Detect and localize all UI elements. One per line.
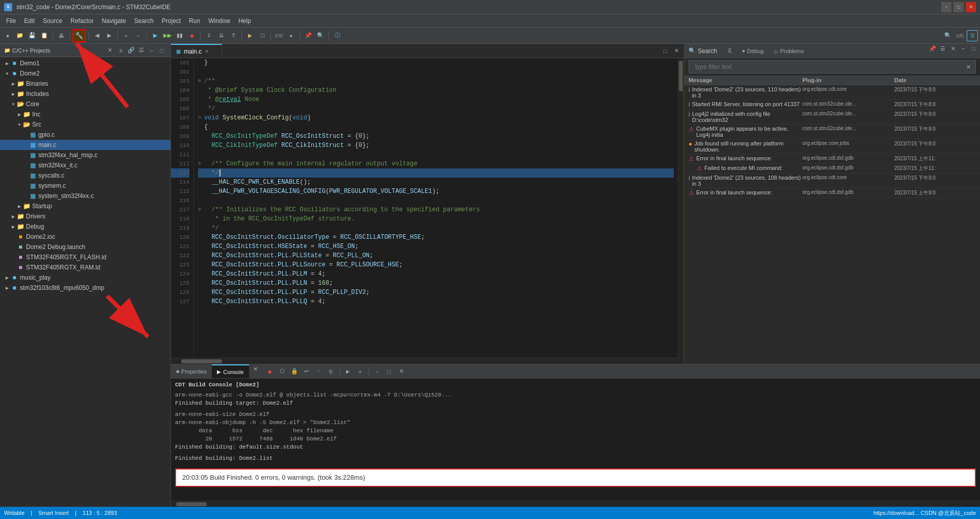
- tree-item-binaries[interactable]: ▶ 📁 Binaries: [0, 79, 170, 89]
- tab-properties[interactable]: ■ Properties: [171, 364, 212, 378]
- sp-maximize[interactable]: □: [969, 44, 978, 53]
- sidebar-collapse[interactable]: ≡: [116, 46, 126, 55]
- menu-project[interactable]: Project: [158, 14, 185, 28]
- sp-close-all[interactable]: ✕: [948, 44, 958, 53]
- menu-file[interactable]: File: [2, 14, 20, 28]
- menu-window[interactable]: Window: [204, 14, 234, 28]
- perspective-btn2[interactable]: ☰: [967, 30, 978, 41]
- sp-tab-e[interactable]: E: [723, 44, 737, 58]
- menu-source[interactable]: Source: [39, 14, 66, 28]
- log-item[interactable]: i Indexed 'Dome2' (23 sources, 108 heade…: [684, 174, 980, 188]
- console-close[interactable]: ✕: [396, 366, 407, 377]
- tree-item-demo1[interactable]: ▶ ■ Demo1: [0, 58, 170, 68]
- tree-item-inc[interactable]: ▶ 📁 Inc: [0, 109, 170, 119]
- console-clear[interactable]: ⎔: [277, 366, 288, 377]
- console-close-tab[interactable]: ✕: [251, 364, 260, 374]
- editor-close[interactable]: ✕: [671, 45, 682, 57]
- editor-scrollbar[interactable]: [678, 58, 684, 358]
- tree-item-startup[interactable]: ▶ 📁 Startup: [0, 201, 170, 211]
- build-all[interactable]: ▶: [244, 30, 256, 41]
- open-perspective[interactable]: ►: [286, 30, 297, 41]
- info-button[interactable]: ⓘ: [332, 30, 343, 41]
- tree-item-includes[interactable]: ▶ 📁 Includes: [0, 89, 170, 99]
- sidebar-maximize[interactable]: □: [157, 46, 166, 55]
- maximize-button[interactable]: □: [953, 2, 964, 12]
- zoom-in[interactable]: +: [120, 30, 132, 41]
- tree-item-stm32f103[interactable]: ▶ ■ stm32f103c8t6_mpu6050_dmp: [0, 283, 170, 293]
- build-clean[interactable]: ☐: [257, 30, 268, 41]
- sidebar-close[interactable]: ✕: [108, 47, 112, 54]
- sp-minimize[interactable]: −: [959, 44, 968, 53]
- log-item[interactable]: i Started RMI Server, listening on port …: [684, 100, 980, 110]
- pause-button[interactable]: ▮▮: [174, 30, 185, 41]
- minimize-button[interactable]: −: [941, 2, 951, 12]
- run-button[interactable]: ▶▶: [162, 30, 173, 41]
- log-item[interactable]: ⚠ Failed to execute MI command: org.ecli…: [684, 164, 980, 174]
- tree-item-it[interactable]: ▶ ▦ stm32f4xx_it.c: [0, 160, 170, 170]
- console-scroll-lock[interactable]: 🔒: [289, 366, 300, 377]
- menu-navigate[interactable]: Navigate: [97, 14, 130, 28]
- stop-button[interactable]: ■: [186, 30, 198, 41]
- tree-item-main[interactable]: ▶ ▦ main.c: [0, 140, 170, 150]
- console-stop[interactable]: ■: [264, 366, 276, 377]
- tab-console[interactable]: ▶ Console: [212, 364, 249, 378]
- close-button[interactable]: ✕: [966, 2, 976, 12]
- pin-button[interactable]: 📌: [303, 30, 314, 41]
- console-word-wrap[interactable]: ↩: [301, 366, 312, 377]
- toggle-perspective[interactable]: C/C: [274, 30, 285, 41]
- highlighted-tool-button[interactable]: 🔧: [72, 29, 86, 42]
- print-button[interactable]: 🖶: [56, 30, 67, 41]
- log-item[interactable]: i Log4j2 initialized with config file D:…: [684, 110, 980, 125]
- log-item[interactable]: ⚠ Error in final launch sequence: org.ec…: [684, 188, 980, 198]
- console-new[interactable]: +: [355, 366, 366, 377]
- tree-item-syscalls[interactable]: ▶ ▦ syscalls.c: [0, 170, 170, 181]
- tree-item-ram-ld[interactable]: ▶ ■ STM32F405RGTX_RAM.ld: [0, 262, 170, 273]
- sidebar-link[interactable]: 🔗: [127, 46, 136, 55]
- tree-item-debug-folder[interactable]: ▶ 📁 Debug: [0, 221, 170, 232]
- tree-item-system[interactable]: ▶ ▦ system_stm32f4xx.c: [0, 191, 170, 201]
- console-minimize[interactable]: −: [372, 366, 383, 377]
- tree-item-ioc[interactable]: ▶ ■ Dome2.ioc: [0, 232, 170, 242]
- tree-item-launch[interactable]: ▶ ■ Dome2 Debug.launch: [0, 242, 170, 252]
- save-all-button[interactable]: 📋: [39, 30, 50, 41]
- tab-main-c[interactable]: ▦ main.c ✕: [171, 44, 222, 58]
- menu-edit[interactable]: Edit: [20, 14, 39, 28]
- step-into[interactable]: ⇓: [203, 30, 214, 41]
- log-item[interactable]: ● Job found still running after platform…: [684, 139, 980, 154]
- tree-item-drivers[interactable]: ▶ 📁 Drivers: [0, 211, 170, 221]
- log-item[interactable]: ⚠ CubeMX plugin appears to be active, Lo…: [684, 125, 980, 139]
- forward-button[interactable]: ▶: [104, 30, 115, 41]
- console-h-scrollbar[interactable]: [171, 501, 980, 507]
- step-return[interactable]: ⇑: [228, 30, 239, 41]
- global-search[interactable]: 🔍: [942, 30, 953, 41]
- sidebar-menu[interactable]: ☰: [137, 46, 146, 55]
- menu-run[interactable]: Run: [185, 14, 204, 28]
- sidebar-minimize[interactable]: −: [147, 46, 156, 55]
- editor-maximize[interactable]: □: [659, 45, 671, 57]
- console-content[interactable]: CDT Build Console [Dome2] arm-none-eabi-…: [171, 379, 980, 501]
- menu-refactor[interactable]: Refactor: [66, 14, 97, 28]
- tab-close-main[interactable]: ✕: [205, 48, 209, 54]
- tree-item-src[interactable]: ▼ 📂 Src: [0, 119, 170, 130]
- back-button[interactable]: ◀: [91, 30, 103, 41]
- console-paste[interactable]: ⎗: [326, 366, 337, 377]
- step-over[interactable]: ⇊: [215, 30, 227, 41]
- tree-item-dome2[interactable]: ▼ ■ Dome2: [0, 68, 170, 79]
- tree-item-core[interactable]: ▼ 📂 Core: [0, 99, 170, 109]
- sp-collapse[interactable]: ☰: [938, 44, 947, 53]
- console-select-console[interactable]: ▶: [342, 366, 354, 377]
- filter-clear[interactable]: ✕: [964, 63, 972, 71]
- sp-tab-problems[interactable]: △ Problems: [769, 44, 808, 58]
- tree-item-music[interactable]: ▶ ■ music_play: [0, 273, 170, 283]
- new-button[interactable]: ●: [2, 30, 13, 41]
- filter-input[interactable]: [692, 62, 962, 72]
- editor-content[interactable]: 101 102 103 104 105 106 107 108 109 110 …: [171, 58, 684, 358]
- perspective-btn1[interactable]: C/C: [954, 30, 966, 41]
- console-copy[interactable]: ⎖: [313, 366, 325, 377]
- menu-help[interactable]: Help: [234, 14, 255, 28]
- zoom-out[interactable]: −: [133, 30, 144, 41]
- tree-item-gpio[interactable]: ▶ ▦ gpio.c: [0, 130, 170, 140]
- console-maximize[interactable]: □: [384, 366, 395, 377]
- debug-button[interactable]: ▶: [150, 30, 161, 41]
- log-item[interactable]: ⚠ Error in final launch sequence: org.ec…: [684, 154, 980, 164]
